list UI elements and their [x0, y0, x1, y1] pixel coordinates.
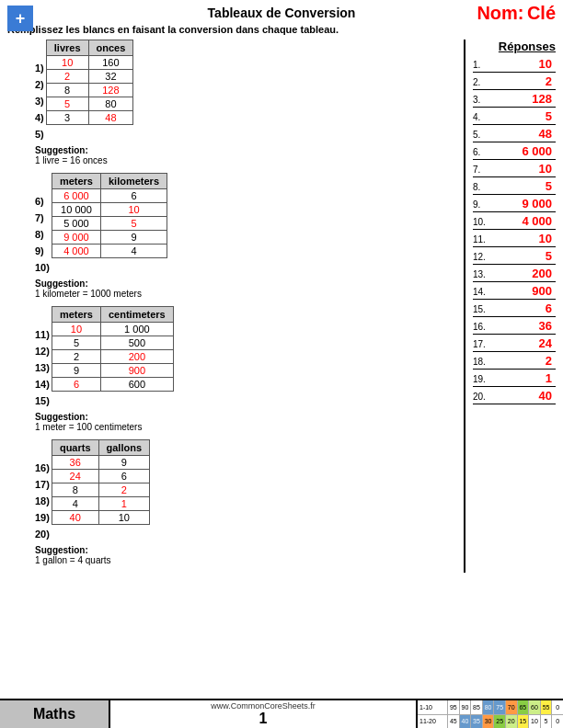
- answer-value: 6 000: [489, 144, 556, 158]
- score-cell: 65: [517, 700, 529, 714]
- cell-v1: 2: [52, 350, 100, 364]
- score-cell: 10: [528, 715, 540, 729]
- cell-v2: 1 000: [100, 323, 173, 336]
- answer-item: 19.1: [473, 371, 556, 387]
- cell-v1: 4 000: [52, 245, 100, 258]
- answer-number: 15.: [473, 304, 489, 314]
- score-row-label: 11-20: [418, 718, 447, 724]
- answer-number: 9.: [473, 199, 489, 210]
- answer-number: 19.: [473, 374, 489, 384]
- answer-number: 16.: [473, 322, 489, 332]
- answer-value: 128: [489, 92, 556, 106]
- footer: Maths www.CommonCoreSheets.fr 1 1-109590…: [0, 699, 563, 728]
- section-s1: 1)2)3)4)5)livresonces101602328128580348S…: [7, 40, 454, 165]
- score-row: 11-20454035302520151050: [418, 715, 563, 729]
- score-cell: 0: [551, 715, 563, 729]
- cell-v2: 900: [100, 364, 173, 378]
- cell-v1: 24: [52, 470, 98, 483]
- section-s3: 11)12)13)14)15)meterscentimeters101 0005…: [7, 306, 454, 432]
- row-number: 17): [35, 476, 50, 493]
- table-row: 6 0006: [52, 189, 167, 203]
- answer-value: 10: [489, 232, 556, 245]
- table-row: 101 000: [52, 323, 173, 336]
- cell-v2: 10: [100, 203, 167, 217]
- col-header-1: meters: [52, 174, 100, 189]
- answer-number: 18.: [473, 357, 489, 367]
- row-numbers: 11)12)13)14)15): [35, 306, 50, 409]
- answer-value: 5: [489, 109, 556, 123]
- nom-label: Nom:: [477, 3, 523, 23]
- cell-v1: 9 000: [52, 231, 100, 245]
- row-number: 18): [35, 493, 50, 509]
- cell-v1: 9: [52, 364, 100, 378]
- answer-value: 900: [489, 284, 556, 298]
- answer-item: 13.200: [473, 267, 556, 282]
- cell-v1: 40: [52, 511, 98, 525]
- answers-list: 1.102.23.1284.55.486.6 0007.108.59.9 000…: [473, 57, 556, 404]
- answers-panel: Réponses 1.102.23.1284.55.486.6 0007.108…: [464, 40, 556, 573]
- row-number: 11): [35, 326, 50, 343]
- suggestion-label: Suggestion:: [35, 545, 88, 555]
- answer-item: 17.24: [473, 336, 556, 352]
- answer-number: 20.: [473, 392, 489, 402]
- cell-v2: 200: [100, 350, 173, 364]
- footer-page: 1: [110, 711, 416, 727]
- cell-v2: 80: [88, 97, 133, 111]
- row-number: 10): [35, 259, 50, 276]
- row-number: 4): [35, 109, 44, 126]
- row-number: 5): [35, 126, 44, 142]
- table-row: 9900: [52, 364, 173, 378]
- answer-item: 18.2: [473, 354, 556, 370]
- score-cell: 15: [517, 715, 529, 729]
- section-s2: 6)7)8)9)10)meterskilometers6 000610 0001…: [7, 173, 454, 299]
- cell-v2: 6: [98, 470, 150, 483]
- answer-number: 11.: [473, 234, 489, 245]
- row-number: 19): [35, 509, 50, 526]
- row-numbers: 1)2)3)4)5): [35, 40, 44, 142]
- score-cell: 25: [493, 715, 505, 729]
- cell-v2: 4: [100, 245, 167, 258]
- answer-number: 17.: [473, 339, 489, 349]
- suggestion-block: Suggestion:1 meter = 100 centimeters: [35, 411, 454, 432]
- cell-v2: 1: [98, 497, 150, 511]
- answer-value: 1: [489, 371, 556, 385]
- row-number: 9): [35, 243, 50, 259]
- cell-v1: 3: [46, 111, 88, 125]
- answer-value: 40: [489, 389, 556, 403]
- table-with-nums: 1)2)3)4)5)livresonces101602328128580348: [35, 40, 454, 142]
- score-cell: 85: [470, 700, 482, 714]
- suggestion-block: Suggestion:1 gallon = 4 quarts: [35, 544, 454, 565]
- table-row: 348: [46, 111, 133, 125]
- nom-field: Nom: Clé: [477, 3, 556, 24]
- row-number: 16): [35, 460, 50, 476]
- answer-item: 2.2: [473, 74, 556, 90]
- table-with-nums: 6)7)8)9)10)meterskilometers6 000610 0001…: [35, 173, 454, 276]
- cell-v2: 500: [100, 336, 173, 350]
- score-cell: 75: [493, 700, 505, 714]
- answer-item: 20.40: [473, 389, 556, 404]
- page: + Tableaux de Conversion Nom: Clé Rempli…: [0, 0, 563, 728]
- conv-table-s2: meterskilometers6 000610 000105 00059 00…: [52, 173, 167, 258]
- row-number: 3): [35, 93, 44, 109]
- col-header-2: kilometers: [100, 174, 167, 189]
- answer-number: 13.: [473, 269, 489, 279]
- cell-v2: 128: [88, 84, 133, 97]
- row-number: 13): [35, 359, 50, 376]
- score-cell: 60: [528, 700, 540, 714]
- cell-v2: 32: [88, 70, 133, 84]
- cell-v1: 4: [52, 497, 98, 511]
- answer-value: 48: [489, 127, 556, 141]
- left-content: 1)2)3)4)5)livresonces101602328128580348S…: [7, 40, 464, 573]
- row-number: 7): [35, 210, 50, 226]
- footer-subject: Maths: [0, 700, 110, 728]
- table-with-nums: 16)17)18)19)20)quartsgallons369246824140…: [35, 439, 454, 542]
- row-number: 14): [35, 376, 50, 392]
- answer-number: 2.: [473, 77, 489, 87]
- col-header-2: onces: [88, 40, 133, 56]
- score-cell: 0: [551, 700, 563, 714]
- main-layout: 1)2)3)4)5)livresonces101602328128580348S…: [7, 40, 556, 573]
- header: + Tableaux de Conversion Nom: Clé: [7, 6, 556, 20]
- cell-v2: 600: [100, 378, 173, 392]
- conv-table-s4: quartsgallons36924682414010: [52, 439, 150, 525]
- answer-item: 5.48: [473, 127, 556, 142]
